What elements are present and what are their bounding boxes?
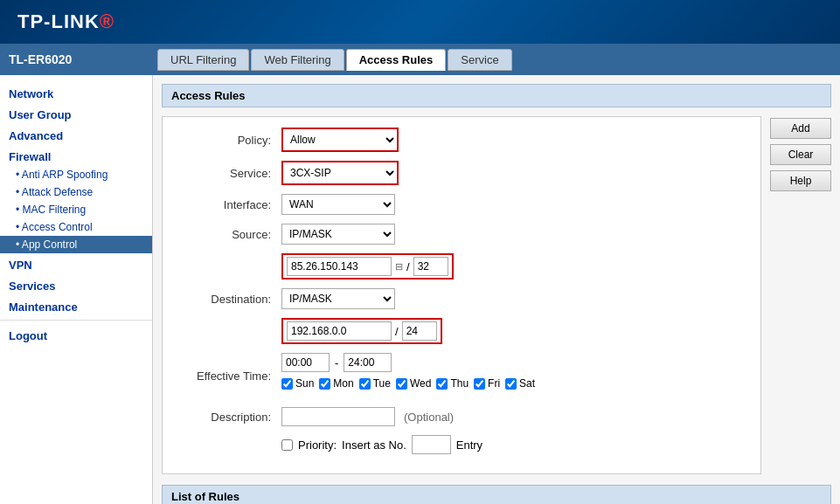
main-layout: Network User Group Advanced Firewall • A… — [0, 75, 840, 504]
day-mon[interactable]: Mon — [319, 377, 353, 390]
dest-ip-input[interactable] — [287, 321, 392, 341]
sidebar-item-anti-arp[interactable]: • Anti ARP Spoofing — [0, 166, 152, 183]
description-input[interactable] — [281, 407, 395, 426]
description-row: Description: (Optional) — [177, 407, 746, 426]
sidebar-item-services[interactable]: Services — [0, 274, 152, 295]
day-mon-cb[interactable] — [319, 378, 330, 390]
destination-row: Destination: IP/MASK Any IP Range — [177, 288, 746, 309]
day-wed[interactable]: Wed — [396, 377, 431, 390]
policy-label: Policy: — [177, 134, 281, 147]
sidebar-item-attack-defense[interactable]: • Attack Defense — [0, 183, 152, 201]
day-sat[interactable]: Sat — [505, 377, 535, 390]
form-outer: Policy: Allow Deny Service: — [162, 116, 831, 474]
priority-checkbox[interactable] — [281, 439, 293, 451]
entry-text: Entry — [456, 438, 482, 452]
sidebar-item-maintenance[interactable]: Maintenance — [0, 295, 152, 316]
interface-field: WAN LAN Any — [281, 194, 395, 215]
interface-select[interactable]: WAN LAN Any — [281, 194, 395, 215]
source-mask-input[interactable] — [413, 257, 448, 276]
rules-title: List of Rules — [162, 485, 831, 504]
logo-dot: ® — [100, 10, 115, 32]
priority-number-input[interactable] — [412, 435, 451, 454]
tab-web-filtering[interactable]: Web Filtering — [251, 49, 344, 71]
logo: TP-LINK® — [17, 10, 115, 33]
day-sun[interactable]: Sun — [281, 377, 314, 390]
effective-time-row: Effective Time: - Sun Mon Tue Wed — [177, 353, 746, 398]
policy-row: Policy: Allow Deny — [177, 128, 746, 152]
sidebar-divider — [0, 320, 152, 321]
day-sun-cb[interactable] — [281, 378, 293, 390]
day-sat-cb[interactable] — [505, 378, 517, 390]
source-mask-slash: / — [406, 260, 410, 273]
interface-label: Interface: — [177, 198, 281, 211]
priority-row: Priority: Insert as No. Entry — [177, 435, 746, 454]
form-main: Policy: Allow Deny Service: — [162, 116, 761, 474]
tab-access-rules[interactable]: Access Rules — [346, 49, 447, 71]
description-field: (Optional) — [281, 407, 454, 426]
day-thu[interactable]: Thu — [436, 377, 469, 390]
sidebar-item-advanced[interactable]: Advanced — [0, 124, 152, 145]
priority-field: Priority: Insert as No. Entry — [281, 435, 482, 454]
tabs-container: URL Filtering Web Filtering Access Rules… — [157, 49, 512, 71]
page-title: Access Rules — [162, 84, 831, 107]
insert-text: Insert as No. — [342, 438, 406, 452]
source-ip-input[interactable] — [287, 257, 392, 276]
add-button[interactable]: Add — [770, 118, 831, 139]
sidebar-item-logout[interactable]: Logout — [0, 324, 152, 345]
clear-button[interactable]: Clear — [770, 144, 831, 165]
dest-mask-input[interactable] — [402, 321, 437, 341]
day-thu-cb[interactable] — [436, 378, 448, 390]
source-type-select[interactable]: IP/MASK Any IP Range — [281, 224, 395, 245]
time-from-input[interactable] — [281, 353, 330, 372]
days-row: Sun Mon Tue Wed Thu Fri Sat — [281, 377, 535, 390]
sidebar-item-user-group[interactable]: User Group — [0, 103, 152, 124]
tab-url-filtering[interactable]: URL Filtering — [157, 49, 249, 71]
day-fri-cb[interactable] — [474, 378, 485, 390]
destination-type-select[interactable]: IP/MASK Any IP Range — [281, 288, 395, 309]
effective-time-field: - Sun Mon Tue Wed Thu Fri Sat — [281, 353, 535, 398]
service-label: Service: — [177, 167, 281, 180]
help-button[interactable]: Help — [770, 170, 831, 191]
sidebar-item-network[interactable]: Network — [0, 82, 152, 103]
day-wed-cb[interactable] — [396, 378, 407, 390]
rules-section: List of Rules No. Source Destination Pol… — [162, 485, 831, 504]
source-ip-field: ⊟ / — [281, 253, 454, 280]
day-tue-cb[interactable] — [359, 378, 371, 390]
sidebar-item-firewall[interactable]: Firewall — [0, 145, 152, 166]
source-ip-icon: ⊟ — [395, 261, 403, 273]
header: TP-LINK® — [0, 0, 840, 44]
sidebar: Network User Group Advanced Firewall • A… — [0, 75, 153, 504]
logo-name: TP-LINK — [17, 10, 100, 32]
policy-field: Allow Deny — [281, 128, 399, 152]
destination-field: IP/MASK Any IP Range — [281, 288, 395, 309]
sidebar-item-vpn[interactable]: VPN — [0, 253, 152, 274]
dest-ip-field: / — [281, 318, 442, 344]
dest-ip-row: / — [177, 318, 746, 344]
service-select[interactable]: 3CX-SIP Any — [283, 162, 397, 183]
dest-mask-slash: / — [395, 325, 399, 338]
source-label: Source: — [177, 228, 281, 241]
time-to-input[interactable] — [344, 353, 392, 372]
time-row: - — [281, 353, 535, 372]
destination-label: Destination: — [177, 293, 281, 306]
optional-text: (Optional) — [404, 411, 454, 424]
subheader: TL-ER6020 URL Filtering Web Filtering Ac… — [0, 44, 840, 75]
policy-select[interactable]: Allow Deny — [283, 129, 397, 150]
priority-label: Priority: — [298, 438, 337, 452]
service-row: Service: 3CX-SIP Any — [177, 161, 746, 185]
description-label: Description: — [177, 411, 281, 424]
sidebar-item-mac-filtering[interactable]: • MAC Filtering — [0, 201, 152, 218]
day-tue[interactable]: Tue — [359, 377, 391, 390]
source-row: Source: IP/MASK Any IP Range — [177, 224, 746, 245]
effective-time-label: Effective Time: — [177, 369, 281, 383]
form-buttons: Add Clear Help — [770, 116, 831, 474]
sidebar-item-access-control[interactable]: • Access Control — [0, 218, 152, 236]
day-fri[interactable]: Fri — [474, 377, 500, 390]
source-ip-row: ⊟ / — [177, 253, 746, 280]
sidebar-item-app-control[interactable]: • App Control — [0, 236, 152, 253]
interface-row: Interface: WAN LAN Any — [177, 194, 746, 215]
source-field: IP/MASK Any IP Range — [281, 224, 395, 245]
time-dash: - — [335, 356, 338, 369]
service-field: 3CX-SIP Any — [281, 161, 399, 185]
tab-service[interactable]: Service — [448, 49, 511, 71]
